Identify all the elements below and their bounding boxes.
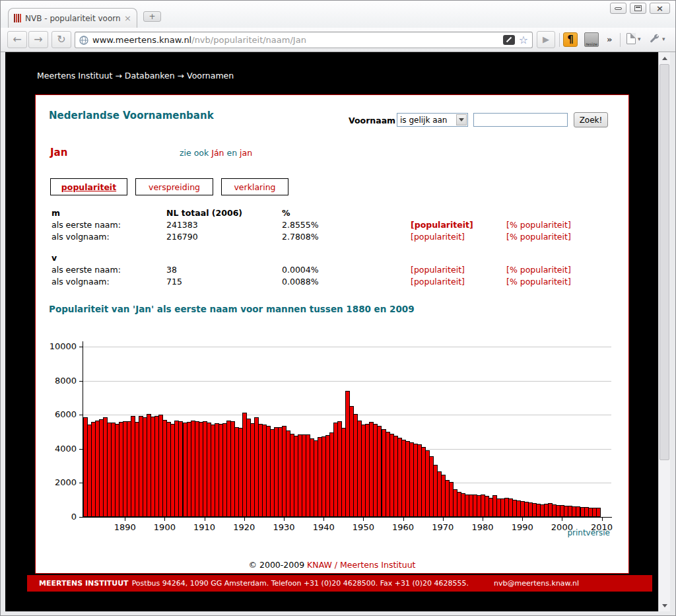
search-button[interactable]: Zoek! bbox=[574, 112, 608, 127]
populariteit-link[interactable]: [populariteit] bbox=[411, 277, 465, 287]
x-axis-label: 1890 bbox=[110, 522, 139, 532]
see-also-prefix: zie ook bbox=[180, 148, 209, 158]
page-menu-button[interactable]: ▾ bbox=[626, 33, 641, 44]
tab-verspreiding[interactable]: verspreiding bbox=[135, 178, 213, 195]
footer-bar: MEERTENS INSTITUUT Postbus 94264, 1090 G… bbox=[27, 575, 652, 592]
x-axis-tick bbox=[483, 518, 483, 521]
see-also-link-1[interactable]: Ján bbox=[211, 148, 224, 158]
x-axis-tick bbox=[443, 518, 444, 521]
stats-row-percent: 0.0004% bbox=[282, 264, 411, 276]
stats-row-total: 715 bbox=[166, 276, 282, 288]
x-axis-tick bbox=[403, 518, 404, 521]
y-axis-tick bbox=[79, 483, 83, 483]
toolbar-separator bbox=[620, 33, 621, 47]
x-axis-tick bbox=[284, 518, 285, 521]
minimize-icon bbox=[615, 7, 622, 10]
scroll-down-button[interactable] bbox=[659, 600, 671, 611]
x-axis-label: 1990 bbox=[508, 522, 537, 532]
percent-populariteit-link[interactable]: [% populariteit] bbox=[506, 220, 571, 230]
forward-button[interactable]: → bbox=[28, 31, 48, 48]
pencil-page-action-icon[interactable] bbox=[503, 35, 515, 45]
y-axis-label: 2000 bbox=[36, 477, 77, 487]
populariteit-link[interactable]: [populariteit] bbox=[411, 232, 465, 242]
printversie-link[interactable]: printversie bbox=[567, 528, 610, 537]
x-axis-label: 1910 bbox=[190, 522, 219, 532]
chart-heading: Populariteit van 'Jan' als eerste naam v… bbox=[49, 304, 415, 314]
wrench-menu-button[interactable]: ▾ bbox=[649, 33, 665, 44]
x-axis-label: 1960 bbox=[389, 522, 418, 532]
pilcrow-extension-icon[interactable]: ¶ bbox=[563, 32, 578, 47]
x-axis-label: 1940 bbox=[309, 522, 338, 532]
gridline bbox=[83, 381, 611, 382]
browser-window: NVB - populariteit voorn... × + × ← → ↻ … bbox=[0, 0, 676, 616]
y-axis-tick bbox=[79, 415, 83, 415]
vertical-scrollbar[interactable] bbox=[658, 52, 670, 611]
search-label: Voornaam bbox=[349, 116, 395, 125]
reload-button[interactable]: ↻ bbox=[51, 31, 71, 48]
maximize-button[interactable] bbox=[630, 3, 646, 14]
breadcrumb[interactable]: Meertens Instituut → Databanken → Voorna… bbox=[37, 71, 234, 81]
select-dropdown-button[interactable] bbox=[456, 114, 467, 125]
globe-icon bbox=[79, 36, 88, 45]
y-axis-label: 4000 bbox=[36, 444, 77, 454]
url-path: /nvb/populariteit/naam/Jan bbox=[191, 35, 306, 45]
search-input[interactable] bbox=[473, 113, 568, 127]
browser-tab[interactable]: NVB - populariteit voorn... × bbox=[8, 8, 137, 28]
wrench-icon bbox=[649, 33, 660, 44]
y-axis-tick bbox=[79, 517, 83, 518]
see-also: zie ook Ján en jan bbox=[180, 148, 252, 158]
stats-group-v: v bbox=[51, 252, 166, 264]
stats-row-label: als eerste naam: bbox=[51, 264, 166, 276]
populariteit-link[interactable]: [populariteit] bbox=[411, 265, 465, 275]
x-axis-tick bbox=[522, 518, 523, 521]
minimize-button[interactable] bbox=[610, 3, 626, 14]
search-operator-select[interactable]: is gelijk aan bbox=[397, 113, 468, 127]
footer-email-link[interactable]: nvb@meertens.knaw.nl bbox=[494, 579, 579, 588]
back-button[interactable]: ← bbox=[7, 31, 27, 48]
x-axis-tick bbox=[244, 518, 245, 521]
stats-row-label: als eerste naam: bbox=[51, 219, 166, 231]
name-heading: Jan bbox=[50, 147, 67, 158]
overflow-chevron-icon[interactable]: » bbox=[607, 34, 612, 44]
stats-row-label: als volgnaam: bbox=[51, 276, 166, 288]
y-axis-tick bbox=[79, 381, 83, 382]
see-also-link-2[interactable]: jan bbox=[240, 148, 252, 158]
toolbar-separator bbox=[559, 33, 560, 47]
tab-verklaring[interactable]: verklaring bbox=[221, 178, 288, 195]
play-button[interactable]: ▶ bbox=[537, 31, 555, 48]
stats-row-total: 216790 bbox=[166, 231, 282, 243]
search-operator-value: is gelijk aan bbox=[400, 116, 447, 125]
copyright-line: © 2000-2009 KNAW / Meertens Instituut bbox=[36, 560, 628, 570]
scrollbar-thumb[interactable] bbox=[659, 64, 669, 460]
y-axis-tick bbox=[79, 347, 83, 347]
new-tab-button[interactable]: + bbox=[143, 11, 161, 22]
url-host: www.meertens.knaw.nl bbox=[92, 35, 191, 45]
tab-title: NVB - populariteit voorn... bbox=[25, 14, 120, 23]
meertens-favicon-icon bbox=[14, 14, 21, 22]
x-axis-label: 1920 bbox=[230, 522, 259, 532]
copyright-link[interactable]: KNAW / Meertens Instituut bbox=[307, 560, 415, 570]
y-axis-label: 0 bbox=[36, 512, 77, 522]
chart-bar bbox=[596, 508, 601, 517]
scroll-up-button[interactable] bbox=[659, 52, 671, 63]
window-controls: × bbox=[610, 3, 670, 14]
chevron-down-icon bbox=[459, 118, 464, 124]
caret-down-icon: ▾ bbox=[662, 36, 665, 42]
percent-populariteit-link[interactable]: [% populariteit] bbox=[506, 265, 571, 275]
resize-extension-icon[interactable]: resize bbox=[584, 32, 599, 47]
percent-populariteit-link[interactable]: [% populariteit] bbox=[506, 232, 571, 242]
tab-close-icon[interactable]: × bbox=[124, 14, 131, 22]
url-bar[interactable]: www.meertens.knaw.nl/nvb/populariteit/na… bbox=[75, 32, 533, 48]
arrow-down-icon bbox=[662, 604, 667, 610]
close-button[interactable]: × bbox=[650, 3, 670, 14]
x-axis-tick bbox=[562, 518, 562, 521]
populariteit-link[interactable]: [populariteit] bbox=[411, 220, 473, 230]
stats-col-percent: % bbox=[282, 207, 411, 219]
url-text: www.meertens.knaw.nl/nvb/populariteit/na… bbox=[92, 35, 499, 45]
copyright-text: © 2000-2009 bbox=[249, 560, 305, 570]
footer-address: Postbus 94264, 1090 GG Amsterdam. Telefo… bbox=[132, 579, 469, 588]
percent-populariteit-link[interactable]: [% populariteit] bbox=[506, 277, 571, 287]
tab-populariteit[interactable]: populariteit bbox=[50, 178, 127, 195]
bookmark-star-icon[interactable]: ☆ bbox=[519, 35, 528, 46]
x-axis-tick bbox=[323, 518, 324, 521]
